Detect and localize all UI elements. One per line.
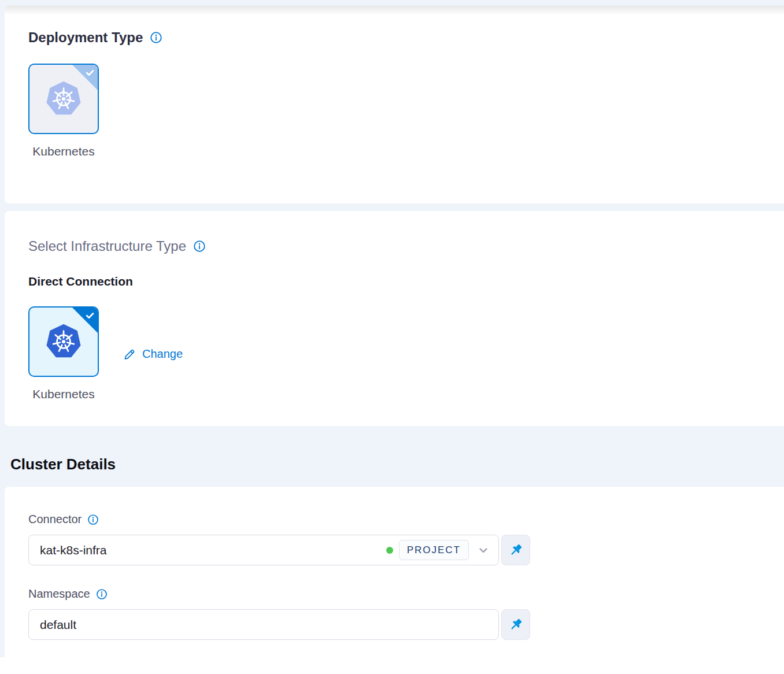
connector-scope-badge: PROJECT — [399, 540, 469, 560]
connector-label: Connector — [28, 512, 82, 527]
namespace-input-shell[interactable] — [28, 609, 499, 640]
check-icon — [84, 310, 95, 321]
chevron-down-icon[interactable] — [476, 543, 490, 557]
deployment-config-page: Deployment Type — [0, 0, 784, 657]
namespace-label: Namespace — [28, 587, 90, 601]
infrastructure-type-title: Select Infrastructure Type — [28, 238, 784, 255]
connector-select[interactable]: PROJECT — [28, 535, 499, 565]
infrastructure-tile-kubernetes[interactable] — [28, 306, 99, 377]
connector-status-dot — [386, 547, 393, 554]
check-icon — [84, 68, 95, 78]
connector-value-input[interactable] — [40, 543, 382, 557]
info-icon[interactable] — [193, 240, 206, 253]
deployment-type-title-text: Deployment Type — [28, 29, 143, 46]
deployment-tile-kubernetes[interactable] — [28, 64, 99, 134]
deployment-type-section: Deployment Type — [5, 6, 784, 203]
connector-input-row: PROJECT — [28, 535, 784, 565]
connector-label-row: Connector — [28, 512, 784, 527]
cluster-details-heading: Cluster Details — [5, 426, 784, 487]
deployment-tile-label: Kubernetes — [28, 144, 99, 159]
namespace-label-row: Namespace — [28, 587, 784, 601]
deployment-tile-group: Kubernetes — [28, 64, 99, 159]
change-infrastructure-button[interactable]: Change — [123, 347, 183, 361]
infrastructure-tile-row: Kubernetes Change — [28, 289, 784, 402]
info-icon[interactable] — [96, 588, 108, 600]
connector-field: Connector PROJECT — [28, 512, 784, 565]
namespace-input-row — [28, 609, 784, 640]
infrastructure-type-title-text: Select Infrastructure Type — [28, 238, 186, 255]
namespace-value-input[interactable] — [40, 618, 490, 632]
change-label: Change — [142, 347, 183, 361]
deployment-type-title: Deployment Type — [28, 29, 784, 46]
infrastructure-tile-group: Kubernetes — [28, 306, 99, 402]
namespace-pin-button[interactable] — [501, 609, 530, 640]
info-icon[interactable] — [87, 514, 99, 525]
pin-icon — [508, 542, 524, 558]
infrastructure-tile-label: Kubernetes — [28, 387, 99, 402]
direct-connection-heading: Direct Connection — [28, 274, 784, 289]
namespace-field: Namespace — [28, 587, 784, 640]
pin-icon — [508, 617, 524, 632]
pencil-icon — [123, 347, 136, 361]
connector-pin-button[interactable] — [501, 535, 530, 565]
cluster-details-section: Connector PROJECT — [5, 487, 784, 674]
infrastructure-type-section: Select Infrastructure Type Direct Connec… — [5, 211, 784, 426]
info-icon[interactable] — [150, 31, 162, 44]
